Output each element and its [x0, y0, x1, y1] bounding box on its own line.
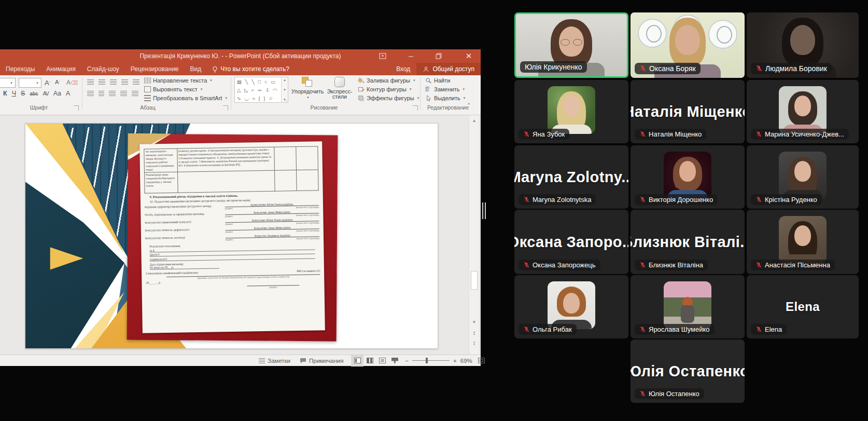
restore-button[interactable] — [430, 49, 447, 63]
zoom-in-button[interactable]: + — [453, 358, 457, 364]
titlebar[interactable]: Презентація Крикуненко Ю. - - PowerPoint… — [0, 49, 481, 63]
tab-transitions[interactable]: Переходы — [0, 63, 40, 75]
tab-review[interactable]: Рецензирование — [125, 63, 185, 75]
scroll-up-icon[interactable]: ▲ — [469, 116, 479, 125]
participant-tile[interactable]: Maryna Zolotny... Maryna Zolotnytska — [514, 145, 628, 209]
slide-canvas[interactable]: час інклюзивного навчання, консультація … — [0, 115, 481, 355]
zoom-slider[interactable] — [412, 360, 450, 361]
zoom-slider-thumb[interactable] — [426, 358, 428, 363]
tab-slideshow[interactable]: Слайд-шоу — [81, 63, 125, 75]
bullets-button[interactable] — [87, 79, 94, 85]
tab-view[interactable]: Вид — [185, 63, 207, 75]
participant-tile[interactable]: Ярослава Шумейко — [631, 275, 745, 338]
columns-button[interactable] — [132, 91, 138, 97]
scroll-down-icon[interactable]: ▼ — [469, 318, 479, 326]
muted-mic-icon — [755, 262, 762, 268]
collapse-ribbon-button[interactable]: ⌃ — [467, 102, 471, 108]
reading-view-icon — [379, 358, 386, 363]
clear-formatting-button[interactable]: A⌫ — [66, 79, 78, 86]
decrease-indent-button[interactable] — [110, 79, 117, 85]
participant-name-label: Оксана Боряк — [635, 63, 701, 74]
participant-tile[interactable]: Оксана Боряк — [631, 12, 745, 78]
quick-styles-button[interactable]: Экспресс- стили — [326, 77, 354, 100]
reading-view-button[interactable] — [376, 355, 388, 366]
numbering-button[interactable] — [99, 79, 105, 85]
previous-slide-button[interactable]: ▲▲ — [469, 329, 479, 336]
participant-tile[interactable]: Анастасія Пісьменна — [747, 210, 859, 274]
font-dialog-launcher[interactable] — [74, 105, 79, 111]
slide-sorter-view-button[interactable] — [363, 355, 376, 366]
shapes-gallery-scroll[interactable]: ▲ ▼ ▼̲ — [281, 77, 288, 102]
scrollbar-thumb[interactable] — [471, 271, 478, 290]
bold-button[interactable]: К — [3, 90, 7, 97]
zoom-level[interactable]: 69% — [460, 358, 472, 364]
ribbon-display-options-button[interactable] — [374, 49, 391, 63]
line-spacing-button[interactable] — [133, 79, 139, 85]
share-button[interactable]: Общий доступ — [416, 63, 481, 75]
text-shadow-button[interactable]: abc — [30, 91, 38, 97]
shape-fill-button[interactable]: Заливка фигуры▾ — [358, 77, 415, 84]
drawing-dialog-launcher[interactable] — [413, 105, 418, 111]
table-cell — [274, 147, 297, 171]
zoom-out-button[interactable]: − — [405, 358, 409, 364]
tell-me-box[interactable]: Что вы хотите сделать? — [207, 65, 295, 73]
align-left-button[interactable] — [87, 91, 94, 97]
underline-button[interactable]: Ч — [12, 90, 16, 97]
participant-tile[interactable]: Elena Elena — [747, 275, 859, 338]
replace-button[interactable]: abac Заменить▾ — [425, 86, 465, 92]
convert-smartart-button[interactable]: Преобразовать в SmartArt▾ — [144, 95, 227, 101]
font-color-button[interactable]: A — [66, 90, 70, 97]
participant-tile[interactable]: Яна Зубок — [514, 80, 628, 143]
participant-tile[interactable]: Наталія Міщенко Наталія Міщенко — [631, 80, 745, 143]
participant-tile[interactable]: Юлія Остапенко Юлія Остапенко — [631, 339, 745, 403]
participant-tile[interactable]: Викторія Дорошенко — [631, 145, 745, 209]
participant-tile[interactable]: Людмила Боровик — [747, 12, 859, 78]
arrange-button[interactable]: Упорядочить ▾ — [291, 77, 324, 100]
participant-tile[interactable]: Крістіна Руденко — [747, 145, 859, 209]
text-direction-button[interactable]: Направление текста▾ — [144, 77, 212, 84]
slideshow-view-button[interactable] — [388, 355, 401, 366]
next-slide-button[interactable]: ▼▼ — [469, 339, 479, 347]
shapes-gallery[interactable]: ▤ ╲ ╲ □ ○ ▭ △ ◺ ⌐ ⇨ ⇩ ◠ ∿ ◡ ≈ { } ☆ ▲ ▼ … — [234, 77, 288, 103]
change-case-button[interactable]: Aa — [53, 90, 61, 97]
participant-name-label: Викторія Дорошенко — [635, 194, 718, 205]
slide[interactable]: час інклюзивного навчання, консультація … — [25, 123, 438, 349]
glasses-graphic — [559, 39, 583, 46]
shape-outline-button[interactable]: Контур фигуры▾ — [358, 86, 411, 92]
decrease-font-button[interactable]: Аˇ — [55, 79, 60, 85]
increase-indent-button[interactable] — [121, 79, 128, 85]
select-button[interactable]: Выделить▾ — [425, 95, 465, 101]
participant-tile[interactable]: Марина Усиченко-Джев... — [747, 80, 859, 143]
participant-tile[interactable]: Юлія Крикуненко — [514, 12, 628, 78]
table-cell — [177, 170, 275, 193]
align-right-button[interactable] — [109, 91, 116, 97]
participant-tile[interactable]: Оксана Запоро... Оксана Запорожець — [514, 210, 628, 274]
font-size-combobox[interactable]: ▾ — [19, 78, 41, 88]
align-center-button[interactable] — [99, 91, 104, 97]
justify-button[interactable] — [120, 91, 127, 97]
participant-tile[interactable]: Ольга Рибак — [514, 275, 628, 338]
fit-to-window-button[interactable] — [478, 358, 485, 363]
close-button[interactable]: ✕ — [460, 49, 478, 63]
vertical-scrollbar[interactable]: ▲ ▼ ▲▲ ▼▼ — [469, 115, 479, 355]
table-cell — [275, 170, 297, 192]
align-text-button[interactable]: Выровнять текст▾ — [144, 86, 202, 92]
participant-name-label: Elena — [751, 324, 787, 335]
tab-animations[interactable]: Анимация — [40, 63, 81, 75]
increase-font-button[interactable]: Аˆ — [45, 79, 50, 87]
normal-view-button[interactable] — [351, 355, 363, 366]
find-button[interactable]: Найти — [425, 77, 450, 84]
muted-mic-icon — [639, 390, 646, 397]
paragraph-dialog-launcher[interactable] — [223, 105, 228, 111]
font-name-combobox[interactable]: ▾ — [0, 78, 16, 88]
window-divider-handle[interactable] — [482, 202, 486, 219]
sign-in-button[interactable]: Вход — [390, 65, 416, 73]
shape-effects-button[interactable]: Эффекты фигуры▾ — [358, 95, 419, 101]
comments-toggle[interactable]: Примечания — [295, 355, 348, 366]
participant-name-label: Оксана Запорожець — [519, 260, 600, 270]
strikethrough-button[interactable]: S — [21, 90, 25, 97]
minimize-button[interactable] — [402, 49, 419, 63]
participant-tile[interactable]: Близнюк Віталі... Близнюк Віталіна — [631, 210, 745, 274]
notes-toggle[interactable]: Заметки — [254, 355, 295, 366]
character-spacing-button[interactable]: AV — [43, 90, 48, 97]
